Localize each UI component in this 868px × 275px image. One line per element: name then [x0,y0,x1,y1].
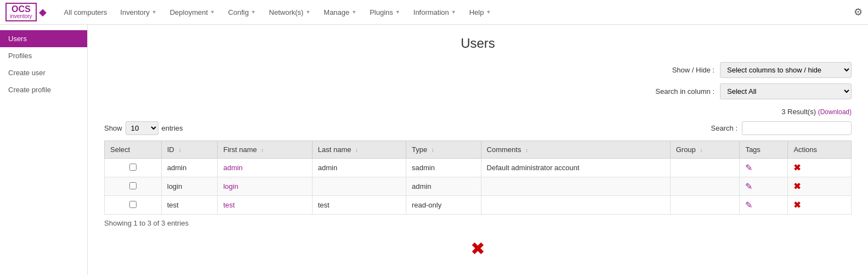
nav-item-all-computers[interactable]: All computers [58,0,114,25]
top-navigation: OCS inventory ◆ All computers Inventory … [0,0,868,25]
nav-item-information[interactable]: Information ▼ [407,0,463,25]
type-sort[interactable]: ↕ [432,147,434,153]
firstname-link[interactable]: admin [223,164,242,172]
logo-inventory-text: inventory [10,14,32,19]
row-tags-cell: ✎ [740,177,788,196]
col-comments: Comments ↕ [481,141,670,159]
row-comments-cell: Default administrator account [481,159,670,177]
row-lastname-cell [312,177,406,196]
nav-item-deployment[interactable]: Deployment ▼ [163,0,222,25]
table-row: login login admin [105,177,852,196]
settings-area[interactable]: ⚙ [854,6,863,18]
search-column-select[interactable]: Select All [720,83,852,99]
showing-entries-text: Showing 1 to 3 of 3 entries [104,219,189,227]
table-body: admin admin admin sadmin Default adminis… [105,159,852,215]
tags-edit-icon[interactable]: ✎ [745,163,752,172]
row-select-cell [105,196,162,215]
col-type: Type ↕ [406,141,481,159]
col-lastname: Last name ↕ [312,141,406,159]
table-row: admin admin admin sadmin Default adminis… [105,159,852,177]
search-input[interactable] [742,121,852,135]
delete-icon[interactable]: ✖ [793,163,801,172]
entries-label: entries [162,124,183,132]
row-actions-cell: ✖ [788,159,852,177]
download-link[interactable]: (Download) [818,108,852,116]
row-group-cell [670,177,740,196]
nav-item-manage[interactable]: Manage ▼ [317,0,363,25]
results-row: 3 Result(s) (Download) [104,108,852,116]
search-area: Search : [711,121,852,135]
id-sort[interactable]: ↕ [178,147,181,153]
nav-item-help[interactable]: Help ▼ [463,0,498,25]
entries-select[interactable]: 10 25 50 100 [126,121,158,135]
row-id-cell: login [161,177,217,196]
sidebar-item-create-profile[interactable]: Create profile [0,81,87,98]
firstname-sort[interactable]: ↕ [261,147,264,153]
gear-icon[interactable]: ⚙ [854,7,863,18]
table-header: Select ID ↕ First name ↕ Last name ↕ [105,141,852,159]
row-firstname-cell: admin [218,159,313,177]
row-select-cell [105,159,162,177]
close-icon[interactable]: ✖ [470,239,485,259]
row-comments-cell [481,196,670,215]
information-caret: ▼ [451,9,456,15]
row-group-cell [670,196,740,215]
show-entries-control: Show 10 25 50 100 entries [104,121,183,135]
logo: OCS inventory ◆ [5,3,47,21]
row-checkbox[interactable] [129,182,137,189]
row-lastname-cell: admin [312,159,406,177]
tags-edit-icon[interactable]: ✎ [745,182,752,191]
controls-area: Show / Hide : Select columns to show / h… [104,62,852,99]
firstname-link[interactable]: login [223,182,238,190]
show-hide-label: Show / Hide : [672,66,714,74]
row-checkbox[interactable] [129,164,137,171]
plugins-caret: ▼ [395,9,400,15]
delete-icon[interactable]: ✖ [793,200,801,210]
tags-edit-icon[interactable]: ✎ [745,200,752,210]
sidebar-item-profiles[interactable]: Profiles [0,47,87,64]
row-checkbox[interactable] [129,201,137,208]
search-column-label: Search in column : [655,87,714,96]
row-id-cell: admin [161,159,217,177]
sidebar-item-users[interactable]: Users [0,30,87,47]
show-hide-select[interactable]: Select columns to show / hide [720,62,852,78]
content-area: Users Show / Hide : Select columns to sh… [88,25,868,275]
nav-item-plugins[interactable]: Plugins ▼ [363,0,407,25]
sidebar: Users Profiles Create user Create profil… [0,25,88,275]
col-actions: Actions [788,141,852,159]
search-label: Search : [711,124,737,132]
manage-caret: ▼ [351,9,356,15]
delete-icon[interactable]: ✖ [793,182,801,191]
networks-caret: ▼ [305,9,310,15]
page-title: Users [104,36,852,51]
row-type-cell: sadmin [406,159,481,177]
sidebar-item-create-user[interactable]: Create user [0,64,87,81]
nav-item-config[interactable]: Config ▼ [222,0,263,25]
lastname-sort[interactable]: ↕ [355,147,358,153]
results-count: 3 Result(s) [781,108,816,116]
nav-item-networks[interactable]: Network(s) ▼ [263,0,317,25]
col-select: Select [105,141,162,159]
logo-ocs-text: OCS [12,5,31,14]
bottom-close-area: ✖ [104,238,852,259]
header-row: Select ID ↕ First name ↕ Last name ↕ [105,141,852,159]
row-select-cell [105,177,162,196]
search-column-row: Search in column : Select All [655,83,852,99]
comments-sort[interactable]: ↕ [525,147,528,153]
nav-item-inventory[interactable]: Inventory ▼ [114,0,163,25]
row-comments-cell [481,177,670,196]
help-caret: ▼ [486,9,491,15]
config-caret: ▼ [251,9,256,15]
firstname-link[interactable]: test [223,201,235,209]
row-actions-cell: ✖ [788,196,852,215]
group-sort[interactable]: ↕ [700,147,702,153]
row-firstname-cell: login [218,177,313,196]
logo-icon: ◆ [39,6,47,18]
main-layout: Users Profiles Create user Create profil… [0,25,868,275]
row-type-cell: read-only [406,196,481,215]
row-tags-cell: ✎ [740,196,788,215]
row-type-cell: admin [406,177,481,196]
row-id-cell: test [161,196,217,215]
nav-items-container: All computers Inventory ▼ Deployment ▼ C… [58,0,854,25]
col-firstname: First name ↕ [218,141,313,159]
